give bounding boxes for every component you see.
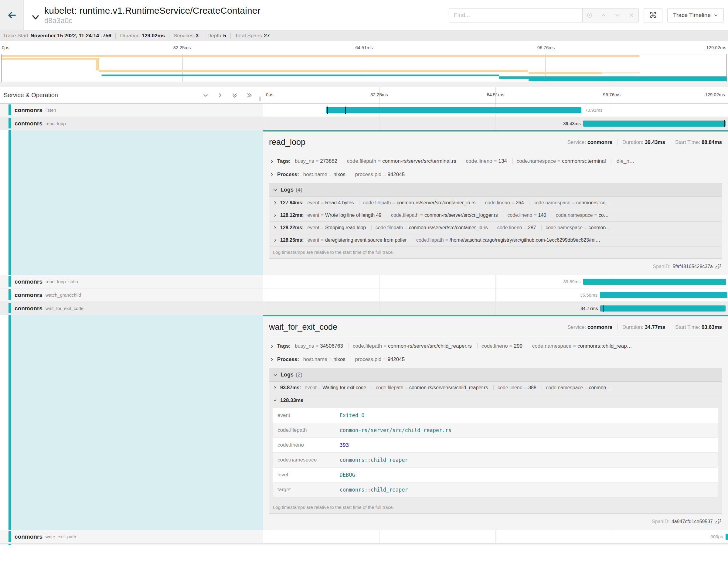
- tag-item: code.lineno=299: [477, 343, 522, 349]
- span-name-cell: conmonrs read_loop: [0, 117, 263, 130]
- span-detail-card: read_loop Service: conmonrs Duration: 39…: [263, 130, 728, 275]
- find-input[interactable]: [449, 8, 582, 22]
- log-entry[interactable]: 128.12ms: event=Wrote log line of length…: [269, 209, 722, 222]
- span-row-watch-grandchild[interactable]: conmonrs watch_grandchild 35.58ms: [0, 288, 728, 302]
- log-entry[interactable]: 127.94ms: event=Read 4 bytes code.filepa…: [269, 197, 722, 209]
- log-field: code.lineno=287: [493, 225, 536, 230]
- ruler-tick: 64.51ms: [355, 45, 373, 50]
- span-timeline-cell: 35.58ms: [263, 288, 728, 301]
- view-selector-button[interactable]: Trace Timeline: [667, 8, 724, 22]
- collapse-all-icon[interactable]: [231, 92, 238, 99]
- back-button[interactable]: [0, 0, 24, 30]
- trace-depth: Depth5: [203, 33, 226, 39]
- clear-search-icon[interactable]: [624, 9, 638, 22]
- deep-link-icon[interactable]: [715, 264, 721, 270]
- logs-note: Log timestamps are relative to the start…: [269, 247, 722, 258]
- log-entry[interactable]: 128.25ms: event=deregistering event sour…: [269, 234, 722, 247]
- span-duration-label: 34.77ms: [580, 306, 598, 311]
- process-accordion[interactable]: Process: host.name=nixos process.pid=942…: [269, 168, 722, 181]
- table-row: targetconmonrs::child_reaper: [273, 482, 718, 497]
- next-match-icon[interactable]: [611, 9, 624, 22]
- expand-all-icon[interactable]: [246, 92, 253, 99]
- tag-item: code.lineno=134: [462, 158, 507, 164]
- span-row-read-loop-stdin[interactable]: conmonrs read_loop_stdin 39.69ms: [0, 275, 728, 288]
- span-row-listen[interactable]: conmonrs listen 70.91ms: [0, 104, 728, 117]
- span-row-wait-for-exit-code[interactable]: conmonrs wait_for_exit_code 34.77ms: [0, 302, 728, 315]
- span-bar[interactable]: [326, 107, 581, 113]
- span-bar[interactable]: [600, 292, 728, 298]
- process-item: host.name=nixos: [303, 172, 345, 177]
- operation-name: wait_for_exit_code: [46, 306, 83, 311]
- span-bar[interactable]: [583, 121, 726, 127]
- tags-accordion[interactable]: Tags: busy_ns=273882 code.filepath=conmo…: [269, 155, 722, 168]
- trace-view: kubelet: runtime.v1.RuntimeService/Creat…: [0, 0, 728, 562]
- spacer: [0, 82, 728, 87]
- detail-header: wait_for_exit_code Service: conmonrs Dur…: [269, 321, 722, 337]
- chevron-right-icon: [270, 344, 274, 349]
- timeline-tick: 129.02ms: [705, 92, 725, 97]
- span-bar[interactable]: [600, 305, 726, 312]
- process-item: process.pid=942045: [351, 172, 405, 177]
- span-row-write-exit-path[interactable]: conmonrs write_exit_path 303μs: [0, 530, 728, 543]
- log-entry[interactable]: 128.22ms: event=Stopping read loop code.…: [269, 222, 722, 234]
- logs-accordion-header[interactable]: Logs(4): [269, 183, 722, 197]
- top-bar: kubelet: runtime.v1.RuntimeService/Creat…: [0, 0, 728, 30]
- span-duration-label: 39.43ms: [563, 121, 581, 126]
- keyboard-shortcuts-button[interactable]: ⌘: [644, 8, 662, 22]
- prev-match-icon[interactable]: [597, 9, 611, 22]
- operation-name: read_loop: [46, 121, 66, 126]
- operation-name: read_loop_stdin: [46, 279, 78, 284]
- service-color-bar: [9, 118, 11, 128]
- log-field: event=Stopping read loop: [307, 225, 366, 230]
- service-name: conmonrs: [15, 305, 43, 312]
- log-field: code.namespace=conmon…: [541, 225, 611, 230]
- detail-operation-title: wait_for_exit_code: [269, 322, 337, 332]
- expand-one-icon[interactable]: [217, 92, 223, 99]
- tags-accordion[interactable]: Tags: busy_ns=34506763 code.filepath=con…: [269, 339, 722, 353]
- span-bar[interactable]: [583, 279, 726, 285]
- service-color-bar: [9, 289, 11, 300]
- detail-left-margin: [11, 315, 263, 530]
- log-field: code.namespace=conmon…: [542, 385, 611, 390]
- span-detail-wait-for-exit-code: wait_for_exit_code Service: conmonrs Dur…: [0, 315, 728, 530]
- detail-duration: Duration: 34.77ms: [617, 324, 665, 330]
- tag-item: busy_ns=273882: [295, 158, 337, 164]
- log-entry-expanded-header[interactable]: 128.33ms: [269, 394, 722, 405]
- span-bar[interactable]: [726, 534, 728, 540]
- span-name-cell: conmonrs write_exit_path: [0, 530, 263, 543]
- log-field: code.namespace=conmonrs::co…: [529, 200, 610, 205]
- column-resizer-handle[interactable]: [259, 97, 261, 101]
- log-field: code.filepath=/home/sascha/.cargo/regist…: [412, 237, 600, 243]
- log-fields-table: eventExited 0 code.filepathconmon-rs/ser…: [273, 408, 718, 497]
- service-name: conmonrs: [15, 292, 43, 298]
- log-field: event=Wrote log line of length 49: [307, 213, 381, 218]
- minimap-canvas: [2, 54, 726, 82]
- trace-services: Services3: [169, 33, 199, 39]
- process-item: host.name=nixos: [303, 356, 345, 362]
- detail-start-time: Start Time: 88.84ms: [670, 139, 722, 145]
- span-row-read-loop[interactable]: conmonrs read_loop 39.43ms: [0, 117, 728, 130]
- log-marker: [603, 305, 604, 312]
- collapse-header-chevron-icon[interactable]: [31, 13, 40, 22]
- log-field: code.filepath=conmon-rs/server/src/cri_l…: [387, 213, 498, 218]
- chevron-down-icon: [273, 373, 277, 377]
- logs-accordion-header[interactable]: Logs(2): [269, 368, 722, 382]
- collapse-one-icon[interactable]: [202, 92, 209, 99]
- service-name: conmonrs: [15, 278, 43, 285]
- service-color-bar: [9, 544, 11, 545]
- span-timeline-cell: 70.91ms: [263, 104, 728, 117]
- log-field: code.lineno=388: [493, 385, 536, 390]
- log-field: code.filepath=conmon-rs/server/src/conta…: [371, 225, 488, 230]
- service-color-bar: [9, 276, 11, 287]
- deep-link-icon[interactable]: [715, 519, 721, 525]
- span-duration-label: 39.69ms: [563, 279, 581, 284]
- trace-minimap[interactable]: [1, 54, 727, 82]
- command-icon: ⌘: [649, 11, 657, 20]
- span-name-cell: conmonrs watch_grandchild: [0, 288, 263, 301]
- timeline-tick: 64.51ms: [487, 92, 504, 97]
- process-accordion[interactable]: Process: host.name=nixos process.pid=942…: [269, 353, 722, 366]
- tag-item: code.filepath=conmon-rs/server/src/termi…: [343, 158, 456, 164]
- focus-match-icon[interactable]: [583, 9, 597, 22]
- timeline-tick: 96.76ms: [603, 92, 621, 97]
- log-entry[interactable]: 93.87ms: event=Waiting for exit code cod…: [269, 382, 722, 394]
